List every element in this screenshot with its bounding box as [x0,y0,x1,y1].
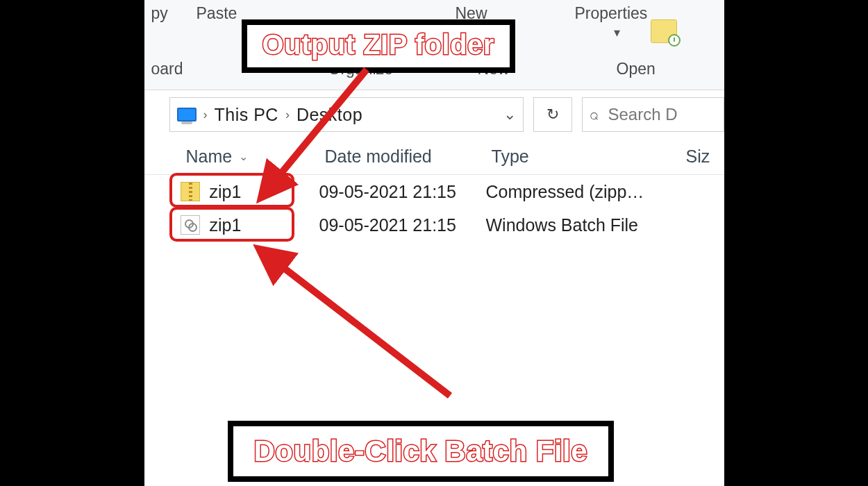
svg-line-1 [269,257,450,396]
column-sort-icon: ⌄ [239,150,248,163]
history-icon[interactable] [651,19,677,43]
zip-archive-icon [181,182,200,201]
address-bar[interactable]: › This PC › Desktop ⌄ [169,97,524,132]
ribbon-group-clipboard-fragment: oard [151,60,183,78]
annotation-bottom-text: Double-Click Batch File [254,435,588,467]
file-row-batch[interactable]: zip1 09-05-2021 21:15 Windows Batch File [144,208,724,242]
column-name[interactable]: Name ⌄ [144,146,319,167]
this-pc-icon [177,108,197,122]
annotation-arrow-bottom [228,236,478,419]
column-type-label: Type [492,146,529,167]
crumb-separator-icon: › [285,108,290,122]
file-name: zip1 [210,182,242,202]
annotation-top-text: Output ZIP folder [262,29,494,60]
file-name: zip1 [210,215,242,235]
ribbon-properties-dropdown-icon[interactable]: ▾ [614,25,620,40]
search-icon: ⌕ [590,106,599,124]
crumb-separator-icon: › [203,108,208,122]
annotation-callout-top: Output ZIP folder [242,19,515,73]
column-headers: Name ⌄ Date modified Type Siz [144,139,724,175]
file-date: 09-05-2021 21:15 [319,215,486,235]
column-type[interactable]: Type [486,146,681,167]
file-date: 09-05-2021 21:15 [319,182,486,202]
explorer-window: py Paste New Properties ▾ oard Organize … [144,0,724,486]
ribbon-copy-fragment[interactable]: py [151,4,168,23]
ribbon-paste[interactable]: Paste [197,4,237,23]
column-size[interactable]: Siz [681,146,724,167]
column-size-label: Siz [686,146,710,167]
column-date-label: Date modified [325,146,432,167]
refresh-icon: ↻ [546,106,559,124]
search-box[interactable]: ⌕ Search D [582,97,724,132]
ribbon-properties[interactable]: Properties [575,4,648,23]
address-bar-row: › This PC › Desktop ⌄ ↻ ⌕ Search D [144,90,724,139]
annotation-callout-bottom: Double-Click Batch File [228,421,615,482]
crumb-this-pc[interactable]: This PC [215,105,278,125]
file-row-zip[interactable]: zip1 09-05-2021 21:15 Compressed (zipp… [144,175,724,208]
file-type: Compressed (zipp… [486,182,685,202]
file-list: zip1 09-05-2021 21:15 Compressed (zipp… … [144,175,724,242]
batch-file-icon [181,215,200,235]
column-name-label: Name [186,146,233,167]
column-date-modified[interactable]: Date modified [319,146,486,167]
crumb-desktop[interactable]: Desktop [297,105,362,125]
refresh-button[interactable]: ↻ [533,97,572,132]
address-dropdown-icon[interactable]: ⌄ [503,106,516,124]
ribbon-group-open: Open [617,60,656,78]
search-placeholder: Search D [608,105,678,124]
file-type: Windows Batch File [486,215,685,235]
